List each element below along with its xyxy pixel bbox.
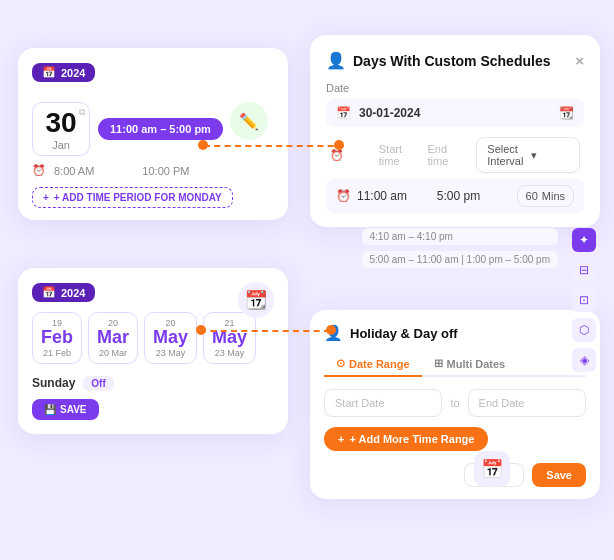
date-range-icon: ⊙ [336,357,345,370]
clock-icon-small: ⏰ [32,164,46,177]
custom-schedules-card: 👤 Days With Custom Schedules × Date 📅 30… [310,35,600,227]
edit-cal-icon[interactable]: 📆 [559,106,574,120]
chevron-down-icon: ▾ [531,149,569,162]
multidate-year-badge: 📅 2024 [32,283,95,302]
sidebar-icon-4[interactable]: ⬡ [572,318,596,342]
schedule-table-header: ⏰ Start time End time Select Interval ▾ [326,137,584,173]
multidate-card: 📅 2024 📆 19 Feb 21 Feb 20 Mar 20 Mar 20 … [18,268,288,434]
col-end-label: End time [428,143,471,167]
time-pill[interactable]: 11:00 am – 5:00 pm [98,118,223,140]
clock-label-start: 8:00 AM [54,165,94,177]
connector-line-top [204,145,344,147]
clock-icon-row: ⏰ [336,189,351,203]
add-time-button[interactable]: + + ADD TIME PERIOD FOR MONDAY [32,187,233,208]
custom-card-title: 👤 Days With Custom Schedules [326,51,550,70]
interval-value-box: 60 Mins [517,185,574,207]
end-time-value: 5:00 pm [437,189,511,203]
mini-date-item-1: 19 Feb 21 Feb [32,312,82,364]
edit-icon: ✏️ [239,112,259,131]
calendar-icon-date: 📅 [336,106,351,120]
mini-date-month-2: Mar [97,328,129,348]
sidebar-icon-2[interactable]: ⊟ [572,258,596,282]
connector-dot-right [334,140,344,150]
mini-date-sub-2: 20 Mar [99,348,127,358]
mini-date-item-3: 20 May 23 May [144,312,197,364]
mini-date-month-1: Feb [41,328,73,348]
holiday-tabs: ⊙ Date Range ⊞ Multi Dates [324,352,586,377]
tab-date-range[interactable]: ⊙ Date Range [324,352,422,377]
mini-date-month-3: May [153,328,188,348]
holiday-card-header: 👤 Holiday & Day off × [324,324,586,342]
clock-label-end: 10:00 PM [142,165,189,177]
sidebar-icon-5[interactable]: ◈ [572,348,596,372]
tab-date-range-label: Date Range [349,358,410,370]
connector-line-bottom [200,330,330,332]
holiday-card: 👤 Holiday & Day off × ⊙ Date Range ⊞ Mul… [310,310,600,499]
edit-icon-wrap[interactable]: ✏️ [230,102,268,140]
multidate-year-label: 2024 [61,287,85,299]
to-label: to [450,397,459,409]
plus-icon-range: + [338,433,344,445]
save-icon-small: 💾 [44,404,56,415]
mini-date-item-2: 20 Mar 20 Mar [88,312,138,364]
col-clock-icon: ⏰ [330,149,373,162]
interval-unit: Mins [542,190,565,202]
mini-date-sub-4: 23 May [215,348,245,358]
start-date-input[interactable]: Start Date [324,389,442,417]
custom-card-close-button[interactable]: × [575,52,584,69]
start-time-value: 11:00 am [357,189,431,203]
custom-title-text: Days With Custom Schedules [353,53,550,69]
user-schedule-icon: 👤 [326,51,346,70]
tab-multi-dates-label: Multi Dates [447,358,506,370]
holiday-footer: Close Save [324,463,586,487]
mini-date-item-4: 21 May 23 May [203,312,256,364]
holiday-form-row: Start Date to End Date [324,389,586,417]
interval-label: Select Interval [487,143,525,167]
add-time-label: + ADD TIME PERIOD FOR MONDAY [54,192,222,203]
custom-card-header: 👤 Days With Custom Schedules × [326,51,584,70]
mini-date-grid: 19 Feb 21 Feb 20 Mar 20 Mar 20 May 23 Ma… [32,312,274,364]
connector-dot-bot-left [196,325,206,335]
interval-select[interactable]: Select Interval ▾ [476,137,580,173]
holiday-title-text: Holiday & Day off [350,326,458,341]
date-value: 30-01-2024 [359,106,420,120]
end-date-placeholder: End Date [479,397,525,409]
tab-multi-dates[interactable]: ⊞ Multi Dates [422,352,518,377]
day-box: ⧉ 30 Jan [32,102,90,156]
save-button-small[interactable]: 💾 SAVE [32,399,99,420]
add-range-label: + Add More Time Range [349,433,474,445]
off-badge: Off [83,376,113,391]
holiday-save-button[interactable]: Save [532,463,586,487]
sidebar-icon-1[interactable]: ✦ [572,228,596,252]
mini-date-sub-3: 23 May [156,348,186,358]
day-number: 30 [45,109,76,137]
copy-icon: ⧉ [79,107,85,118]
multi-dates-icon: ⊞ [434,357,443,370]
schedule-data-row: ⏰ 11:00 am 5:00 pm 60 Mins [326,179,584,213]
date-label: Date [326,82,584,94]
right-sidebar: ✦ ⊟ ⊡ ⬡ ◈ [572,228,596,372]
day-off-label: Sunday [32,376,75,390]
year-badge: 📅 2024 [32,63,95,82]
date-row: 📅 30-01-2024 📆 [326,99,584,127]
calendar-icon: 📅 [42,66,56,79]
calendar-icon-md: 📅 [42,286,56,299]
add-range-button[interactable]: + + Add More Time Range [324,427,488,451]
time-range-labels: 4:10 am – 4:10 pm 5:00 am – 11:00 am | 1… [362,228,558,268]
date-range-card-icon: 📆 [238,282,274,318]
day-month: Jan [52,139,70,151]
time-range-label-1: 4:10 am – 4:10 pm [362,228,558,245]
holiday-card-title: 👤 Holiday & Day off [324,324,458,342]
schedule-editor-card: 📅 2024 ✏️ ⧉ 30 Jan 11:00 am – 5:00 pm ⏰ … [18,48,288,220]
connector-dot-left [198,140,208,150]
col-start-label: Start time [379,143,422,167]
sidebar-icon-3[interactable]: ⊡ [572,288,596,312]
connector-dot-bot-right [326,325,336,335]
interval-number: 60 [526,190,538,202]
plus-icon: + [43,192,49,203]
mini-date-sub-1: 21 Feb [43,348,71,358]
end-date-input[interactable]: End Date [468,389,586,417]
year-label: 2024 [61,67,85,79]
save-label: SAVE [60,404,87,415]
holiday-cal-float-icon: 📅 [474,451,510,487]
